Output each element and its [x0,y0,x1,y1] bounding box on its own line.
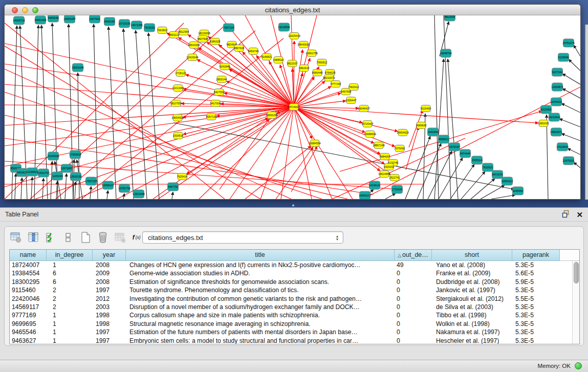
graph-node-teal[interactable]: 17016504 [556,143,569,151]
graph-node-teal[interactable]: 7632621 [483,163,493,171]
table-row[interactable]: 969969511998Structural magnetic resonanc… [10,320,579,328]
graph-node-teal[interactable]: 14136141 [368,181,381,189]
graph-node-teal[interactable]: 15751074 [562,39,575,47]
graph-node-teal[interactable]: 10975887 [60,164,73,172]
graph-node-yellow[interactable]: 19524851 [378,171,390,178]
graph-node-yellow[interactable]: 2867608 [234,45,245,52]
graph-node-teal[interactable]: 8215953 [541,105,552,114]
graph-node-teal[interactable]: 12042757 [37,169,50,177]
graph-node-yellow[interactable]: 19654903 [171,115,184,121]
graph-node-yellow[interactable]: 2718120 [176,70,186,77]
graph-node-yellow[interactable]: 8912954 [179,29,189,35]
graph-node-teal[interactable]: 24055724 [13,16,25,25]
graph-node-teal[interactable]: 6479197 [449,143,460,151]
graph-node-yellow[interactable]: 7075692 [395,145,405,152]
graph-node-yellow[interactable]: 13325419 [288,33,300,39]
graph-node-yellow[interactable]: 16543392 [188,42,200,49]
graph-node-teal[interactable]: 10958107 [102,181,114,189]
table-row[interactable]: 911546021997Tourette syndrome. Phenomeno… [10,286,579,294]
graph-node-teal[interactable]: 11675331 [562,157,574,165]
column-header-in-degree[interactable]: in_degree [47,250,93,261]
memory-status-indicator[interactable] [575,362,582,369]
graph-node-yellow[interactable]: 15720407 [361,121,374,127]
column-header-short[interactable]: short [432,250,512,261]
graph-node-teal[interactable]: 12444191 [550,98,562,106]
graph-node-teal[interactable]: 9129946 [558,53,569,61]
graph-node-teal[interactable]: 14671355 [130,21,143,29]
graph-node-yellow[interactable]: 9684067 [380,154,390,160]
graph-node-yellow[interactable]: 18640910 [297,41,310,48]
graph-node-teal[interactable]: 10719155 [118,19,130,28]
table-row[interactable]: 1872400712008Changes of HCN gene express… [10,261,579,269]
graph-node-yellow[interactable]: 19654923 [397,129,409,136]
graph-node-teal[interactable]: 12093872 [551,83,563,91]
graph-node-yellow[interactable]: 18807249 [373,142,385,149]
graph-node-yellow[interactable]: 8454749 [248,48,259,55]
graph-node-yellow[interactable]: 9417004 [210,100,221,107]
graph-node-teal[interactable]: 16548794 [440,49,452,57]
graph-node-yellow[interactable]: 9115460 [421,105,431,112]
graph-node-teal[interactable]: 20206596 [47,152,59,160]
table-row[interactable]: 946362711997Embryonic stem cells: a mode… [10,337,579,344]
column-header-name[interactable]: name [10,250,47,261]
new-file-icon[interactable] [79,231,92,244]
graph-node-yellow[interactable]: 7462612 [349,84,359,91]
table-row[interactable]: 977716911998Corpus callosum shape and si… [10,311,579,319]
column-header-year[interactable]: year [93,250,126,261]
graph-node-teal[interactable]: 16782759 [118,184,130,192]
graph-node-teal[interactable]: 8466160 [104,17,115,26]
graph-node-teal[interactable]: 1145194 [52,172,63,180]
table-row[interactable]: 1456911722003Disruption of a novel membe… [10,303,579,311]
table-column-icon[interactable] [27,231,39,244]
graph-node-teal[interactable]: 8958921 [439,135,449,143]
column-header-pagerank[interactable]: pagerank [512,250,560,261]
graph-node-teal[interactable]: 10654112 [501,177,513,185]
close-icon[interactable]: ✕ [576,211,583,219]
graph-node-teal[interactable]: 1640954 [428,128,439,136]
graph-node-yellow[interactable]: 9146821 [262,54,272,60]
graph-node-teal[interactable]: 16210643 [548,113,560,121]
trash-icon[interactable] [97,231,109,244]
graph-node-yellow[interactable]: 2803144 [216,76,227,83]
vertical-scrollbar[interactable] [572,261,579,344]
graph-node-yellow[interactable]: 9827508 [198,36,208,42]
graph-node-yellow[interactable]: 8267130 [206,114,217,120]
table-row[interactable]: 2242004622012Investigating the contribut… [10,295,579,303]
graph-node-teal[interactable]: 8471676 [492,170,503,179]
table-row[interactable]: 946554611997Estimation of the future num… [10,328,579,336]
checklist-icon[interactable] [45,231,57,244]
table-row[interactable]: 1938455462009Genome-wide association stu… [10,269,579,277]
graph-node-yellow[interactable]: 18724007 [288,104,300,111]
graph-node-yellow[interactable]: 18300295 [266,112,278,119]
graph-node-teal[interactable]: 8813054 [445,15,455,21]
window-titlebar[interactable]: citations_edges.txt [5,5,580,15]
graph-node-yellow[interactable]: 10688609 [364,131,376,138]
graph-node-yellow[interactable]: 16961758 [306,50,318,57]
graph-node-yellow[interactable]: 16046427 [358,105,370,112]
graph-node-teal[interactable]: 15892971 [550,128,562,136]
graph-node-yellow[interactable]: 1862615 [299,65,310,72]
graph-node-teal[interactable]: 9227342 [552,68,563,76]
graph-node-yellow[interactable]: 8990448 [312,70,323,76]
graph-node-teal[interactable]: 10655287 [63,15,76,23]
splitter-handle[interactable]: ▲ [291,203,295,207]
rows-icon[interactable] [62,231,74,244]
graph-node-yellow[interactable]: 2522741 [389,174,400,181]
graph-node-yellow[interactable]: 9777169 [331,81,341,87]
network-canvas[interactable]: 1872400724055724206914069465546106552871… [5,15,580,199]
graph-node-yellow[interactable]: 1588520 [273,57,284,63]
graph-node-teal[interactable]: 17359928 [69,150,81,159]
graph-node-teal[interactable]: 29053346 [72,63,84,72]
graph-node-yellow[interactable]: 7625414 [177,173,188,180]
graph-node-teal[interactable]: 12505155 [70,172,82,181]
column-header-title[interactable]: title [126,250,395,261]
graph-node-teal[interactable]: 9457791 [168,183,179,191]
graph-node-yellow[interactable]: 9822037 [287,60,298,67]
graph-node-teal[interactable]: 17957225 [85,177,97,185]
column-header-out-de-[interactable]: △out_de… [395,250,432,261]
graph-node-yellow[interactable]: 7663822 [157,27,168,34]
graph-node-yellow[interactable]: 16210072 [323,75,335,81]
table-gear-icon[interactable] [10,231,22,244]
float-window-icon[interactable] [562,210,570,220]
graph-node-teal[interactable]: 9463627 [17,168,28,177]
